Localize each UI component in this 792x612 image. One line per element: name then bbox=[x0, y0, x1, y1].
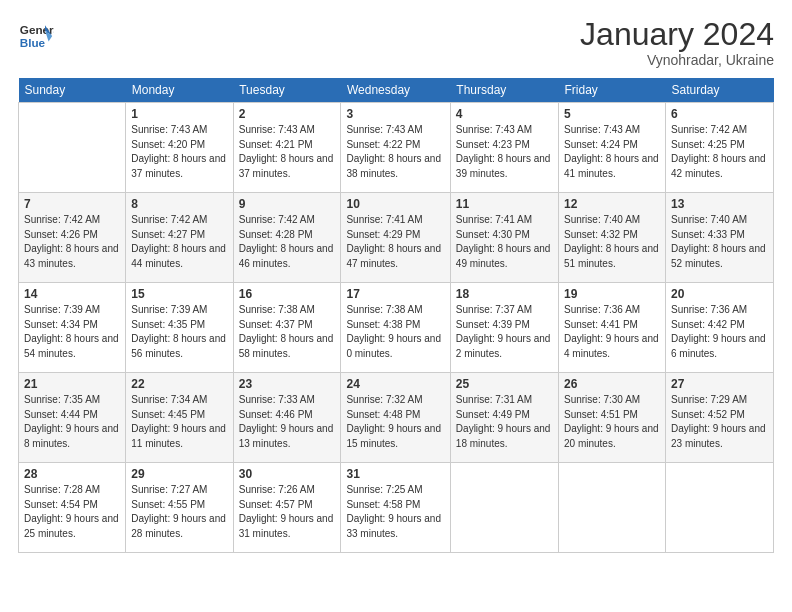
sunset-text: Sunset: 4:42 PM bbox=[671, 319, 745, 330]
col-monday: Monday bbox=[126, 78, 233, 103]
day-info: Sunrise: 7:33 AM Sunset: 4:46 PM Dayligh… bbox=[239, 393, 336, 451]
sunrise-text: Sunrise: 7:41 AM bbox=[456, 214, 532, 225]
sunset-text: Sunset: 4:39 PM bbox=[456, 319, 530, 330]
day-number: 30 bbox=[239, 467, 336, 481]
sunset-text: Sunset: 4:24 PM bbox=[564, 139, 638, 150]
day-info: Sunrise: 7:26 AM Sunset: 4:57 PM Dayligh… bbox=[239, 483, 336, 541]
day-number: 6 bbox=[671, 107, 768, 121]
sunrise-text: Sunrise: 7:33 AM bbox=[239, 394, 315, 405]
day-cell: 12 Sunrise: 7:40 AM Sunset: 4:32 PM Dayl… bbox=[559, 193, 666, 283]
day-cell: 6 Sunrise: 7:42 AM Sunset: 4:25 PM Dayli… bbox=[666, 103, 774, 193]
daylight-text: Daylight: 9 hours and 20 minutes. bbox=[564, 423, 659, 449]
col-thursday: Thursday bbox=[450, 78, 558, 103]
svg-text:Blue: Blue bbox=[20, 36, 46, 49]
sunrise-text: Sunrise: 7:31 AM bbox=[456, 394, 532, 405]
day-cell: 9 Sunrise: 7:42 AM Sunset: 4:28 PM Dayli… bbox=[233, 193, 341, 283]
calendar-table: Sunday Monday Tuesday Wednesday Thursday… bbox=[18, 78, 774, 553]
sunset-text: Sunset: 4:38 PM bbox=[346, 319, 420, 330]
day-info: Sunrise: 7:25 AM Sunset: 4:58 PM Dayligh… bbox=[346, 483, 444, 541]
sunrise-text: Sunrise: 7:43 AM bbox=[456, 124, 532, 135]
daylight-text: Daylight: 8 hours and 58 minutes. bbox=[239, 333, 334, 359]
day-info: Sunrise: 7:39 AM Sunset: 4:34 PM Dayligh… bbox=[24, 303, 120, 361]
sunset-text: Sunset: 4:34 PM bbox=[24, 319, 98, 330]
day-cell: 3 Sunrise: 7:43 AM Sunset: 4:22 PM Dayli… bbox=[341, 103, 450, 193]
day-cell: 4 Sunrise: 7:43 AM Sunset: 4:23 PM Dayli… bbox=[450, 103, 558, 193]
daylight-text: Daylight: 8 hours and 46 minutes. bbox=[239, 243, 334, 269]
day-cell: 18 Sunrise: 7:37 AM Sunset: 4:39 PM Dayl… bbox=[450, 283, 558, 373]
sunrise-text: Sunrise: 7:42 AM bbox=[671, 124, 747, 135]
sunrise-text: Sunrise: 7:38 AM bbox=[346, 304, 422, 315]
daylight-text: Daylight: 8 hours and 51 minutes. bbox=[564, 243, 659, 269]
sunset-text: Sunset: 4:55 PM bbox=[131, 499, 205, 510]
day-number: 8 bbox=[131, 197, 227, 211]
week-row-5: 28 Sunrise: 7:28 AM Sunset: 4:54 PM Dayl… bbox=[19, 463, 774, 553]
sunset-text: Sunset: 4:28 PM bbox=[239, 229, 313, 240]
daylight-text: Daylight: 8 hours and 54 minutes. bbox=[24, 333, 119, 359]
daylight-text: Daylight: 8 hours and 52 minutes. bbox=[671, 243, 766, 269]
day-info: Sunrise: 7:40 AM Sunset: 4:33 PM Dayligh… bbox=[671, 213, 768, 271]
day-number: 22 bbox=[131, 377, 227, 391]
day-number: 29 bbox=[131, 467, 227, 481]
sunset-text: Sunset: 4:45 PM bbox=[131, 409, 205, 420]
daylight-text: Daylight: 8 hours and 38 minutes. bbox=[346, 153, 441, 179]
sunrise-text: Sunrise: 7:36 AM bbox=[671, 304, 747, 315]
day-cell: 26 Sunrise: 7:30 AM Sunset: 4:51 PM Dayl… bbox=[559, 373, 666, 463]
header: General Blue January 2024 Vynohradar, Uk… bbox=[18, 18, 774, 68]
day-info: Sunrise: 7:41 AM Sunset: 4:29 PM Dayligh… bbox=[346, 213, 444, 271]
sunset-text: Sunset: 4:44 PM bbox=[24, 409, 98, 420]
day-info: Sunrise: 7:35 AM Sunset: 4:44 PM Dayligh… bbox=[24, 393, 120, 451]
day-number: 11 bbox=[456, 197, 553, 211]
day-number: 25 bbox=[456, 377, 553, 391]
sunrise-text: Sunrise: 7:34 AM bbox=[131, 394, 207, 405]
day-number: 16 bbox=[239, 287, 336, 301]
sunset-text: Sunset: 4:57 PM bbox=[239, 499, 313, 510]
day-info: Sunrise: 7:42 AM Sunset: 4:28 PM Dayligh… bbox=[239, 213, 336, 271]
day-info: Sunrise: 7:42 AM Sunset: 4:25 PM Dayligh… bbox=[671, 123, 768, 181]
day-number: 7 bbox=[24, 197, 120, 211]
day-number: 3 bbox=[346, 107, 444, 121]
sunrise-text: Sunrise: 7:38 AM bbox=[239, 304, 315, 315]
day-cell: 23 Sunrise: 7:33 AM Sunset: 4:46 PM Dayl… bbox=[233, 373, 341, 463]
logo-icon: General Blue bbox=[18, 18, 54, 54]
sunrise-text: Sunrise: 7:42 AM bbox=[131, 214, 207, 225]
col-wednesday: Wednesday bbox=[341, 78, 450, 103]
day-number: 21 bbox=[24, 377, 120, 391]
sunrise-text: Sunrise: 7:42 AM bbox=[239, 214, 315, 225]
day-cell: 14 Sunrise: 7:39 AM Sunset: 4:34 PM Dayl… bbox=[19, 283, 126, 373]
day-number: 9 bbox=[239, 197, 336, 211]
day-info: Sunrise: 7:42 AM Sunset: 4:26 PM Dayligh… bbox=[24, 213, 120, 271]
day-cell: 2 Sunrise: 7:43 AM Sunset: 4:21 PM Dayli… bbox=[233, 103, 341, 193]
sunset-text: Sunset: 4:21 PM bbox=[239, 139, 313, 150]
daylight-text: Daylight: 9 hours and 0 minutes. bbox=[346, 333, 441, 359]
day-info: Sunrise: 7:36 AM Sunset: 4:42 PM Dayligh… bbox=[671, 303, 768, 361]
sunset-text: Sunset: 4:51 PM bbox=[564, 409, 638, 420]
day-number: 26 bbox=[564, 377, 660, 391]
page: General Blue January 2024 Vynohradar, Uk… bbox=[0, 0, 792, 612]
col-friday: Friday bbox=[559, 78, 666, 103]
day-number: 28 bbox=[24, 467, 120, 481]
day-cell: 28 Sunrise: 7:28 AM Sunset: 4:54 PM Dayl… bbox=[19, 463, 126, 553]
day-number: 10 bbox=[346, 197, 444, 211]
day-cell: 20 Sunrise: 7:36 AM Sunset: 4:42 PM Dayl… bbox=[666, 283, 774, 373]
day-cell: 5 Sunrise: 7:43 AM Sunset: 4:24 PM Dayli… bbox=[559, 103, 666, 193]
sunrise-text: Sunrise: 7:26 AM bbox=[239, 484, 315, 495]
day-number: 4 bbox=[456, 107, 553, 121]
day-number: 12 bbox=[564, 197, 660, 211]
daylight-text: Daylight: 9 hours and 13 minutes. bbox=[239, 423, 334, 449]
day-number: 13 bbox=[671, 197, 768, 211]
daylight-text: Daylight: 8 hours and 39 minutes. bbox=[456, 153, 551, 179]
sunset-text: Sunset: 4:52 PM bbox=[671, 409, 745, 420]
week-row-4: 21 Sunrise: 7:35 AM Sunset: 4:44 PM Dayl… bbox=[19, 373, 774, 463]
day-cell bbox=[559, 463, 666, 553]
day-info: Sunrise: 7:30 AM Sunset: 4:51 PM Dayligh… bbox=[564, 393, 660, 451]
day-info: Sunrise: 7:43 AM Sunset: 4:24 PM Dayligh… bbox=[564, 123, 660, 181]
day-info: Sunrise: 7:43 AM Sunset: 4:20 PM Dayligh… bbox=[131, 123, 227, 181]
daylight-text: Daylight: 9 hours and 28 minutes. bbox=[131, 513, 226, 539]
day-number: 17 bbox=[346, 287, 444, 301]
day-cell: 29 Sunrise: 7:27 AM Sunset: 4:55 PM Dayl… bbox=[126, 463, 233, 553]
daylight-text: Daylight: 8 hours and 42 minutes. bbox=[671, 153, 766, 179]
day-info: Sunrise: 7:27 AM Sunset: 4:55 PM Dayligh… bbox=[131, 483, 227, 541]
day-info: Sunrise: 7:43 AM Sunset: 4:21 PM Dayligh… bbox=[239, 123, 336, 181]
day-cell bbox=[19, 103, 126, 193]
col-saturday: Saturday bbox=[666, 78, 774, 103]
